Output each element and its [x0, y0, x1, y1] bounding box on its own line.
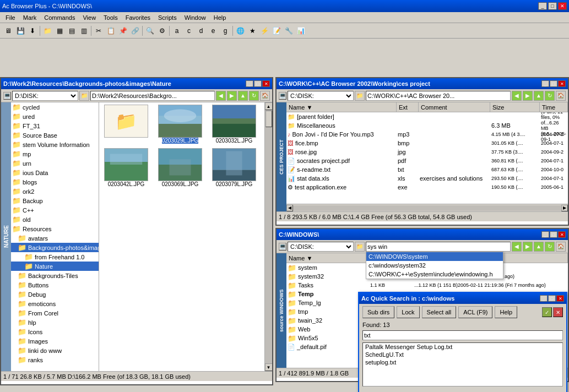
right-bottom-minimize[interactable]: _	[541, 231, 549, 238]
qs-green-btn[interactable]: ✓	[542, 307, 552, 317]
tree-item[interactable]: 📁blogs	[11, 177, 99, 187]
tb-btn-24[interactable]: 📊	[295, 25, 307, 37]
tree-item[interactable]: 📁old	[11, 215, 99, 224]
right-bottom-drive-icon[interactable]: 💻	[279, 243, 286, 251]
thumb-item-0203032[interactable]: 0203032L.JPG	[209, 105, 259, 144]
col-name[interactable]: Name ▼	[286, 102, 397, 112]
tree-item[interactable]: 📁Images	[11, 336, 99, 346]
tree-item[interactable]: 📁avatars	[11, 233, 99, 243]
hscroll-left[interactable]: ◀	[286, 205, 293, 211]
tree-item[interactable]: 📁urn	[11, 159, 99, 168]
tree-item[interactable]: 📁ranks	[11, 355, 99, 364]
tree-item[interactable]: 📁From Corel	[11, 308, 99, 318]
menu-commands[interactable]: Commands	[41, 14, 78, 21]
col-size[interactable]: Size	[490, 102, 540, 112]
right-top-drive-select[interactable]: C:\DISK:	[288, 91, 354, 101]
left-tree-view[interactable]: 📁cycled 📁ured 📁FT_31 📁Source Base 📁stem …	[11, 102, 99, 371]
tree-item[interactable]: 📁linki do www	[11, 346, 99, 355]
tb-btn-5[interactable]: ▦	[53, 25, 66, 37]
tb-btn-2[interactable]: 💾	[14, 25, 26, 37]
tb-btn-10[interactable]: 📌	[117, 25, 129, 37]
left-panel-maximize[interactable]: □	[254, 80, 262, 87]
maximize-btn[interactable]: □	[548, 2, 557, 10]
file-row-txt[interactable]: 📝s-readme.txt txt 687.63 KB (.... 2004-1…	[286, 165, 568, 174]
right-top-nav-home[interactable]: 🏠	[556, 91, 566, 101]
minimize-btn[interactable]: _	[538, 2, 547, 10]
left-panel-folder-btn[interactable]: 📁	[79, 91, 89, 101]
left-nav-up[interactable]: ▲	[238, 91, 248, 101]
right-bottom-nav-refresh[interactable]: ↻	[545, 242, 555, 252]
left-nav-home[interactable]: 🏠	[260, 91, 270, 101]
tree-item-nature[interactable]: 📁Nature	[11, 262, 99, 271]
left-panel-close[interactable]: ✕	[262, 80, 270, 87]
qs-red-btn[interactable]: ✕	[553, 307, 563, 317]
qs-close[interactable]: ✕	[556, 295, 564, 302]
tb-btn-14[interactable]: a	[171, 25, 183, 37]
tb-btn-12[interactable]: 🔍	[144, 25, 156, 37]
right-top-nav-fwd[interactable]: ▶	[523, 91, 533, 101]
col-name-b[interactable]: Name ▼	[286, 253, 369, 263]
tree-item[interactable]: 📁ured	[11, 112, 99, 121]
right-bottom-nav-fwd[interactable]: ▶	[523, 242, 533, 252]
qs-result-item[interactable]: SchedLgU.Txt	[363, 351, 562, 358]
tree-item[interactable]: 📁ork2	[11, 187, 99, 196]
file-row-mp3[interactable]: ♪Bon Jovi - I'd Die For You.mp3 mp3 4.15…	[286, 130, 568, 139]
file-row-parent[interactable]: 📁[parent folder]	[286, 112, 568, 121]
menu-scripts[interactable]: Scripts	[155, 14, 180, 21]
right-top-nav-up[interactable]: ▲	[534, 91, 544, 101]
qs-help-btn[interactable]: Help	[495, 306, 517, 318]
tree-item[interactable]: 📁emoticons	[11, 299, 99, 308]
tb-btn-23[interactable]: 🔧	[283, 25, 295, 37]
right-top-hscrollbar[interactable]: ◀ ▶	[286, 204, 568, 211]
menu-view[interactable]: View	[79, 14, 99, 21]
close-btn[interactable]: ✕	[558, 2, 567, 10]
tb-btn-22[interactable]: 📝	[270, 25, 283, 37]
tree-item[interactable]: 📁stem Volume Information	[11, 140, 99, 149]
menu-file[interactable]: File	[2, 14, 19, 21]
tb-btn-7[interactable]: ▥	[78, 25, 90, 37]
tree-item[interactable]: 📁Buttons	[11, 280, 99, 290]
qs-acl-btn[interactable]: ACL (F9)	[458, 306, 492, 318]
file-row-tasks[interactable]: 📁Tasks 1.1 KB ...1.12 KB (1 151 B)2005-0…	[286, 281, 568, 290]
tree-item[interactable]: 📁cycled	[11, 102, 99, 112]
tb-btn-16[interactable]: d	[195, 25, 207, 37]
tree-item[interactable]: 📁hlp	[11, 318, 99, 327]
thumb-item-0203079[interactable]: 0203079L.JPG	[209, 148, 259, 187]
col-time[interactable]: Time	[540, 102, 568, 112]
qs-result-item[interactable]: setuplog.txt	[363, 358, 562, 366]
file-row-pdf[interactable]: 📄socrates project.pdf pdf 360.81 KB (...…	[286, 156, 568, 165]
tree-item[interactable]: 📁ious Data	[11, 168, 99, 177]
tb-btn-6[interactable]: ▤	[66, 25, 78, 37]
menu-window[interactable]: Window	[181, 14, 209, 21]
tb-btn-9[interactable]: 📋	[105, 25, 117, 37]
qs-minimize[interactable]: _	[540, 295, 548, 302]
dropdown-item[interactable]: c:\windows\system32	[366, 261, 503, 270]
tree-item[interactable]: 📁Icons	[11, 327, 99, 336]
left-nav-back[interactable]: ◀	[216, 91, 226, 101]
tree-item[interactable]: 📁FT_31	[11, 121, 99, 130]
col-ext[interactable]: Ext	[397, 102, 419, 112]
right-top-folder-btn[interactable]: 📁	[355, 91, 365, 101]
left-thumb-scrollbar[interactable]: ▲ ▼	[264, 102, 272, 371]
tb-btn-1[interactable]: 🖥	[2, 25, 14, 37]
left-nav-fwd[interactable]: ▶	[227, 91, 237, 101]
tb-btn-17[interactable]: e	[207, 25, 219, 37]
dropdown-item[interactable]: C:\WORK\C++\eSystem\include\ewindowing.h	[366, 270, 503, 279]
dropdown-item[interactable]: C:\WINDOWS\system	[366, 252, 503, 261]
thumb-item-folder[interactable]: 📁	[101, 105, 151, 144]
col-comment[interactable]: Comment	[419, 102, 490, 112]
qs-subdirs-btn[interactable]: Sub dirs	[362, 306, 394, 318]
scroll-up-btn[interactable]: ▲	[265, 102, 273, 110]
right-bottom-folder-btn[interactable]: 📁	[355, 242, 365, 252]
tree-item[interactable]: 📁Backgrounds-Tiles	[11, 271, 99, 280]
left-nav-refresh[interactable]: ↻	[249, 91, 259, 101]
tree-item[interactable]: 📁mp	[11, 149, 99, 159]
right-top-minimize[interactable]: _	[541, 80, 549, 87]
tb-btn-11[interactable]: 🔗	[129, 25, 141, 37]
file-row-bmp[interactable]: 🖼fice.bmp bmp 301.05 KB (.... 2004-07-1	[286, 139, 568, 148]
tree-item[interactable]: 📁Debug	[11, 290, 99, 299]
thumb-item-0203042[interactable]: 0203042L.JPG	[101, 148, 151, 187]
right-bottom-nav-up[interactable]: ▲	[534, 242, 544, 252]
left-panel-path-input[interactable]	[90, 91, 215, 101]
menu-mark[interactable]: Mark	[20, 14, 40, 21]
